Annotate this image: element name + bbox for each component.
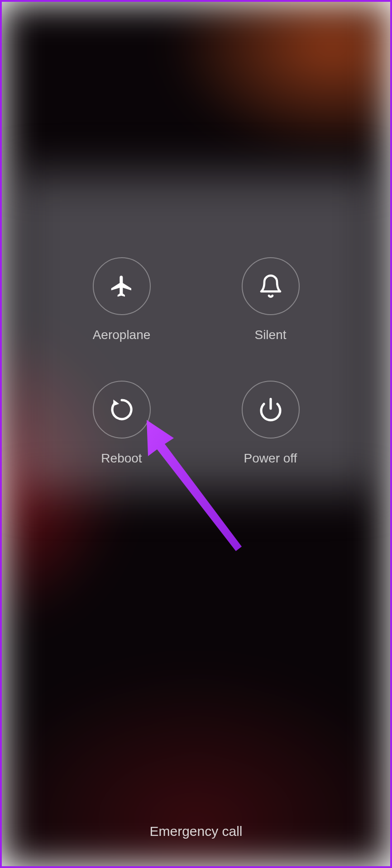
- power-icon: [258, 397, 283, 422]
- power-menu-overlay[interactable]: Aeroplane Silent Reboot: [2, 2, 390, 866]
- silent-mode-button[interactable]: Silent: [242, 257, 300, 342]
- emergency-call-button[interactable]: Emergency call: [149, 824, 242, 839]
- aeroplane-mode-button[interactable]: Aeroplane: [93, 257, 151, 342]
- reboot-icon-circle: [93, 381, 151, 439]
- aeroplane-icon-circle: [93, 257, 151, 315]
- bell-icon: [258, 274, 283, 299]
- emergency-call-label: Emergency call: [149, 824, 242, 839]
- reboot-icon: [109, 397, 134, 422]
- silent-label: Silent: [254, 328, 286, 342]
- reboot-button[interactable]: Reboot: [93, 381, 151, 466]
- airplane-icon: [109, 274, 134, 299]
- reboot-label: Reboot: [101, 451, 142, 466]
- power-off-icon-circle: [242, 381, 300, 439]
- power-off-label: Power off: [244, 451, 297, 466]
- power-off-button[interactable]: Power off: [242, 381, 300, 466]
- aeroplane-label: Aeroplane: [93, 328, 151, 342]
- power-button-grid: Aeroplane Silent Reboot: [2, 257, 390, 466]
- silent-icon-circle: [242, 257, 300, 315]
